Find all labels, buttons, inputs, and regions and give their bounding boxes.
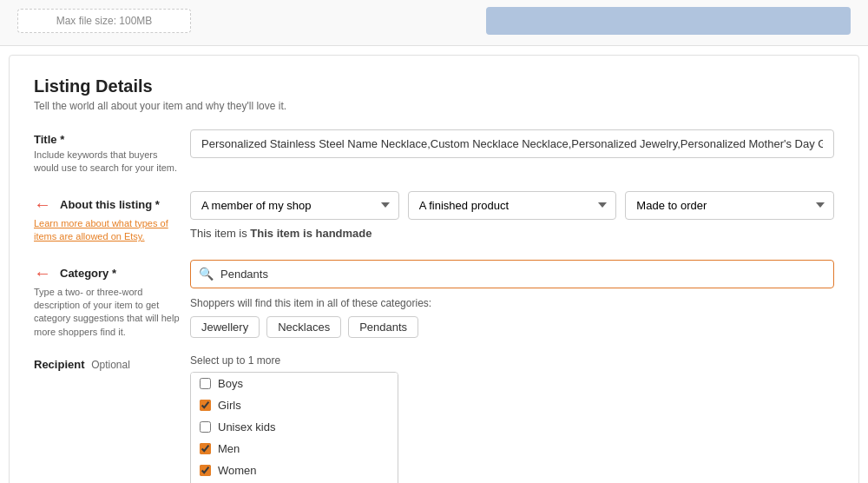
- about-dropdowns: A member of my shop Another company or p…: [190, 191, 834, 220]
- recipient-unisex-kids-checkbox[interactable]: [200, 421, 211, 433]
- recipient-row: Recipient Optional Select up to 1 more B…: [34, 354, 834, 483]
- category-search-input[interactable]: [190, 260, 834, 288]
- title-label-col: Title * Include keywords that buyers wou…: [34, 129, 190, 175]
- recipient-boys-checkbox[interactable]: [200, 378, 211, 389]
- recipient-women-checkbox[interactable]: [200, 465, 211, 476]
- category-label-col: ← Category * Type a two- or three-word d…: [34, 260, 190, 340]
- category-label-wrapper: ← Category *: [34, 263, 180, 283]
- title-input[interactable]: [190, 129, 834, 158]
- who-made-select[interactable]: A member of my shop Another company or p…: [190, 191, 399, 220]
- tag-necklaces[interactable]: Necklaces: [266, 316, 341, 338]
- category-search-wrapper: 🔍: [190, 260, 834, 288]
- category-content: 🔍 Shoppers will find this item in all of…: [190, 260, 834, 338]
- upload-button[interactable]: [486, 7, 851, 35]
- about-arrow-icon: ←: [34, 195, 51, 215]
- title-row: Title * Include keywords that buyers wou…: [34, 129, 834, 175]
- about-link[interactable]: Learn more about what types of items are…: [34, 218, 168, 242]
- tag-jewellery[interactable]: Jewellery: [190, 316, 260, 338]
- what-is-it-select[interactable]: A finished product A supply or tool: [408, 191, 617, 220]
- title-content: [190, 129, 834, 158]
- upload-box: Max file size: 100MB: [17, 9, 191, 33]
- recipient-girls-checkbox[interactable]: [200, 400, 211, 411]
- recipient-label: Recipient Optional: [34, 358, 180, 371]
- section-title: Listing Details: [34, 76, 834, 96]
- category-label: Category *: [60, 267, 116, 280]
- listing-details-section: Listing Details Tell the world all about…: [9, 55, 859, 483]
- upload-area: Max file size: 100MB: [0, 0, 868, 46]
- recipient-select-label: Select up to 1 more: [190, 354, 834, 367]
- recipient-boys: Boys: [191, 373, 398, 394]
- section-subtitle: Tell the world all about your item and w…: [34, 100, 834, 112]
- category-arrow-icon: ←: [34, 263, 51, 283]
- recipient-unisex-kids: Unisex kids: [191, 416, 398, 438]
- category-row: ← Category * Type a two- or three-word d…: [34, 260, 834, 340]
- shoppers-note: Shoppers will find this item in all of t…: [190, 297, 834, 309]
- about-content: A member of my shop Another company or p…: [190, 191, 834, 240]
- when-made-select[interactable]: Made to order 2020-2024 2010-2019: [625, 191, 834, 220]
- about-label: About this listing *: [60, 198, 160, 211]
- recipient-men: Men: [191, 438, 398, 460]
- recipient-men-checkbox[interactable]: [200, 443, 211, 454]
- recipient-women: Women: [191, 460, 398, 481]
- about-label-wrapper: ← About this listing *: [34, 195, 180, 215]
- tag-pendants[interactable]: Pendants: [348, 316, 418, 338]
- recipient-label-col: Recipient Optional: [34, 354, 190, 371]
- recipient-checkbox-list: Boys Girls Unisex kids Men: [190, 372, 398, 483]
- recipient-content: Select up to 1 more Boys Girls: [190, 354, 834, 483]
- about-row: ← About this listing * Learn more about …: [34, 191, 834, 244]
- recipient-girls: Girls: [191, 394, 398, 416]
- recipient-checkbox-wrapper: Boys Girls Unisex kids Men: [190, 372, 834, 483]
- handmade-note: This item is This item is handmade: [190, 227, 834, 240]
- title-sublabel: Include keywords that buyers would use t…: [34, 149, 180, 175]
- about-sublabel: Learn more about what types of items are…: [34, 217, 180, 244]
- category-tags: Jewellery Necklaces Pendants: [190, 316, 834, 338]
- category-sublabel: Type a two- or three-word description of…: [34, 286, 180, 340]
- about-label-col: ← About this listing * Learn more about …: [34, 191, 190, 244]
- title-label: Title *: [34, 133, 180, 146]
